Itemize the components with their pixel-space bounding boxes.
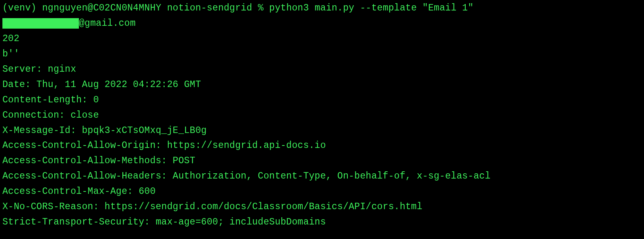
response-body: b'' <box>2 47 642 62</box>
status-code: 202 <box>2 31 642 47</box>
prompt-symbol: % <box>252 3 269 13</box>
username: ngnguyen <box>42 3 88 13</box>
email-line: @gmail.com <box>2 16 642 31</box>
command-text: python3 main.py --template "Email 1" <box>269 3 474 13</box>
header-line: Connection: close <box>2 108 642 123</box>
header-line: Date: Thu, 11 Aug 2022 04:22:26 GMT <box>2 77 642 93</box>
header-line: Access-Control-Allow-Methods: POST <box>2 154 642 169</box>
header-line: Access-Control-Allow-Headers: Authorizat… <box>2 169 642 184</box>
header-line: Access-Control-Allow-Origin: https://sen… <box>2 138 642 154</box>
header-line: X-No-CORS-Reason: https://sendgrid.com/d… <box>2 200 642 215</box>
directory: notion-sendgrid <box>167 3 252 13</box>
header-line: Strict-Transport-Security: max-age=600; … <box>2 215 642 230</box>
venv-prefix: (venv) <box>2 3 42 13</box>
prompt-line[interactable]: (venv) ngnguyen@C02CN0N4MNHY notion-send… <box>2 1 642 16</box>
header-line: Content-Length: 0 <box>2 93 642 108</box>
hostname: C02CN0N4MNHY <box>93 3 161 13</box>
header-line: Server: nginx <box>2 62 642 77</box>
header-line: X-Message-Id: bpqk3-xCTsOMxq_jE_LB0g <box>2 123 642 139</box>
header-line: Access-Control-Max-Age: 600 <box>2 184 642 200</box>
email-suffix: @gmail.com <box>79 18 136 29</box>
redacted-block <box>2 18 79 29</box>
